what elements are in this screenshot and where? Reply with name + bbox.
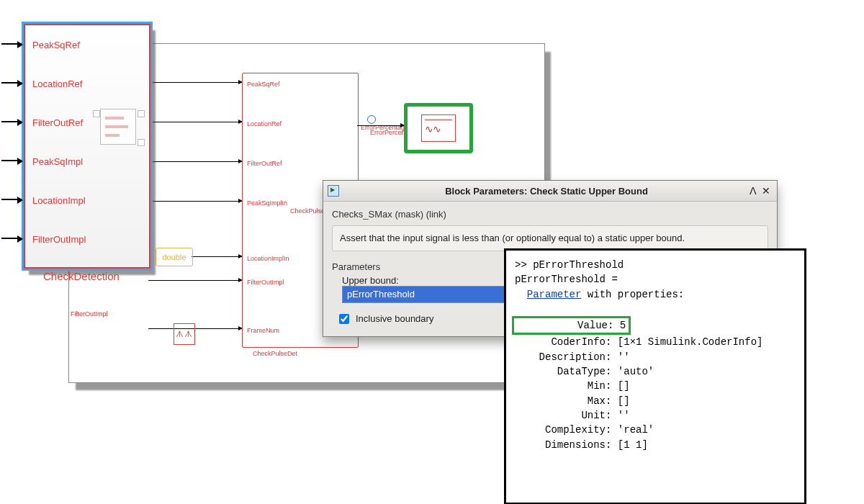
check-static-upper-bound-block[interactable] [404,103,473,153]
thumb-node-icon [138,139,145,146]
cpd-title: CheckPulseDet [253,350,297,357]
block-port: FilterOutRef [32,117,83,128]
cmd-line: >> pErrorThreshold [515,259,624,271]
stray-port-label: FilterOutImpl [71,310,108,318]
inport-arrow-icon [1,121,22,122]
thumb-node-icon [138,110,145,117]
wire [148,328,242,329]
cpd-port: LocationRef [247,120,282,127]
block-port: PeakSqRef [32,40,80,50]
scope-block-icon[interactable]: ⩚⩚ [174,323,195,345]
assertion-block-icon [421,114,456,142]
cast-block-double[interactable]: double [156,248,193,266]
block-port: LocationRef [32,78,82,89]
cpd-port: FrameNum [247,327,279,334]
inclusive-boundary-check-input[interactable] [339,314,349,324]
cpd-port: FilterOutRef [247,160,282,167]
mask-description: Assert that the input signal is less tha… [332,225,768,251]
check-detection-title: CheckDetection [43,270,120,282]
block-port: FilterOutImpl [32,234,86,245]
signal-logging-badge-icon [367,115,376,124]
cpd-port: PeakSqRef [247,81,280,88]
wire [357,125,404,126]
command-window[interactable]: >> pErrorThreshold pErrorThreshold = Par… [504,248,806,504]
thumb-node-icon [93,110,100,117]
cmd-line: pErrorThreshold = [515,274,618,285]
dialog-close-button[interactable]: ✕ [760,185,773,197]
dialog-collapse-button[interactable]: ᐱ [747,185,760,197]
cmd-line: with properties: [581,289,684,300]
inport-arrow-icon [1,238,22,239]
block-port: LocationImpl [32,195,86,206]
wire [148,280,242,281]
wire [192,256,242,257]
wire [148,122,242,122]
dialog-app-icon [328,185,339,197]
inport-arrow-icon [1,160,22,161]
dialog-title: Block Parameters: Check Static Upper Bou… [346,186,747,197]
cpd-port: PeakSqImplIn [247,199,287,207]
wire [148,161,242,162]
value-highlight: Value: 5 [512,316,631,335]
parameter-help-link[interactable]: Parameter [527,289,582,300]
cmd-indent [515,289,527,300]
inport-arrow-icon [1,82,22,84]
cmd-properties: CoderInfo: [1×1 Simulink.CoderInfo] Desc… [515,336,762,450]
wire [148,201,242,202]
wire [148,82,242,83]
upper-bound-input[interactable] [342,286,510,303]
inclusive-boundary-label: Inclusive boundary [356,313,433,324]
cpd-port: LocationImplIn [247,255,289,262]
mask-subtitle: Checks_SMax (mask) (link) [332,209,768,220]
check-detection-block[interactable]: PeakSqRef LocationRef FilterOutRef PeakS… [22,22,153,271]
dialog-titlebar[interactable]: Block Parameters: Check Static Upper Bou… [323,181,777,202]
subsystem-thumbnail-icon [100,109,136,145]
inport-arrow-icon [1,43,22,45]
cpd-port: FilterOutImpl [247,279,284,286]
inport-arrow-icon [1,199,22,200]
block-port: PeakSqImpl [32,156,83,167]
